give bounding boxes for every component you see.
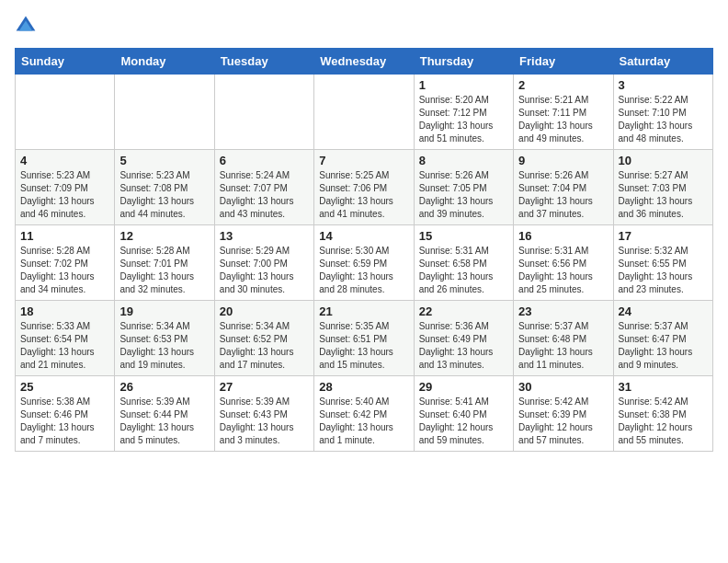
- calendar-cell: 20Sunrise: 5:34 AM Sunset: 6:52 PM Dayli…: [214, 301, 313, 376]
- calendar-cell: 6Sunrise: 5:24 AM Sunset: 7:07 PM Daylig…: [214, 150, 313, 225]
- calendar-cell: 23Sunrise: 5:37 AM Sunset: 6:48 PM Dayli…: [514, 301, 613, 376]
- calendar-cell: 8Sunrise: 5:26 AM Sunset: 7:05 PM Daylig…: [414, 150, 513, 225]
- day-number: 27: [220, 380, 309, 394]
- calendar-cell: 12Sunrise: 5:28 AM Sunset: 7:01 PM Dayli…: [115, 225, 214, 301]
- day-number: 16: [518, 229, 608, 243]
- calendar-cell: 4Sunrise: 5:23 AM Sunset: 7:09 PM Daylig…: [16, 150, 115, 225]
- day-number: 23: [518, 304, 608, 318]
- calendar-cell: 1Sunrise: 5:20 AM Sunset: 7:12 PM Daylig…: [414, 75, 513, 150]
- day-number: 21: [319, 304, 408, 318]
- day-number: 10: [619, 154, 708, 167]
- day-number: 29: [419, 380, 508, 394]
- weekday-header: Saturday: [613, 49, 712, 75]
- day-info: Sunrise: 5:26 AM Sunset: 7:04 PM Dayligh…: [518, 169, 608, 221]
- day-number: 2: [518, 78, 608, 92]
- day-number: 7: [319, 154, 408, 167]
- calendar-cell: 28Sunrise: 5:40 AM Sunset: 6:42 PM Dayli…: [314, 376, 414, 452]
- weekday-header: Thursday: [414, 49, 513, 75]
- day-info: Sunrise: 5:35 AM Sunset: 6:51 PM Dayligh…: [319, 320, 408, 372]
- calendar-cell: 2Sunrise: 5:21 AM Sunset: 7:11 PM Daylig…: [514, 75, 613, 150]
- weekday-header-row: SundayMondayTuesdayWednesdayThursdayFrid…: [16, 49, 713, 75]
- day-number: 20: [220, 304, 309, 318]
- weekday-header: Monday: [115, 49, 214, 75]
- day-info: Sunrise: 5:28 AM Sunset: 7:02 PM Dayligh…: [20, 245, 109, 296]
- calendar-cell: 26Sunrise: 5:39 AM Sunset: 6:44 PM Dayli…: [115, 376, 214, 452]
- day-number: 1: [419, 78, 508, 92]
- day-info: Sunrise: 5:30 AM Sunset: 6:59 PM Dayligh…: [319, 245, 408, 296]
- day-info: Sunrise: 5:24 AM Sunset: 7:07 PM Dayligh…: [220, 169, 309, 221]
- day-number: 19: [119, 304, 209, 318]
- calendar-cell: 16Sunrise: 5:31 AM Sunset: 6:56 PM Dayli…: [514, 225, 613, 301]
- calendar-cell: 17Sunrise: 5:32 AM Sunset: 6:55 PM Dayli…: [613, 225, 712, 301]
- calendar-week-row: 25Sunrise: 5:38 AM Sunset: 6:46 PM Dayli…: [16, 376, 713, 452]
- logo-icon: [15, 15, 37, 37]
- day-number: 18: [20, 304, 109, 318]
- day-info: Sunrise: 5:34 AM Sunset: 6:52 PM Dayligh…: [220, 320, 309, 372]
- calendar-cell: 3Sunrise: 5:22 AM Sunset: 7:10 PM Daylig…: [613, 75, 712, 150]
- day-number: 30: [518, 380, 608, 394]
- calendar-cell: 21Sunrise: 5:35 AM Sunset: 6:51 PM Dayli…: [314, 301, 414, 376]
- calendar-cell: 11Sunrise: 5:28 AM Sunset: 7:02 PM Dayli…: [16, 225, 115, 301]
- calendar-cell: 25Sunrise: 5:38 AM Sunset: 6:46 PM Dayli…: [16, 376, 115, 452]
- day-info: Sunrise: 5:42 AM Sunset: 6:39 PM Dayligh…: [518, 396, 608, 447]
- day-info: Sunrise: 5:27 AM Sunset: 7:03 PM Dayligh…: [619, 169, 708, 221]
- calendar-cell: 10Sunrise: 5:27 AM Sunset: 7:03 PM Dayli…: [613, 150, 712, 225]
- calendar-cell: 30Sunrise: 5:42 AM Sunset: 6:39 PM Dayli…: [514, 376, 613, 452]
- calendar-cell: 27Sunrise: 5:39 AM Sunset: 6:43 PM Dayli…: [214, 376, 313, 452]
- weekday-header: Wednesday: [314, 49, 414, 75]
- day-info: Sunrise: 5:26 AM Sunset: 7:05 PM Dayligh…: [419, 169, 508, 221]
- day-info: Sunrise: 5:25 AM Sunset: 7:06 PM Dayligh…: [319, 169, 408, 221]
- day-number: 12: [119, 229, 209, 243]
- weekday-header: Friday: [514, 49, 613, 75]
- day-number: 11: [20, 229, 109, 243]
- calendar-cell: [16, 75, 115, 150]
- calendar-week-row: 1Sunrise: 5:20 AM Sunset: 7:12 PM Daylig…: [16, 75, 713, 150]
- day-info: Sunrise: 5:28 AM Sunset: 7:01 PM Dayligh…: [119, 245, 209, 296]
- day-number: 9: [518, 154, 608, 167]
- day-number: 28: [319, 380, 408, 394]
- day-info: Sunrise: 5:21 AM Sunset: 7:11 PM Dayligh…: [518, 94, 608, 145]
- day-number: 13: [220, 229, 309, 243]
- calendar-week-row: 4Sunrise: 5:23 AM Sunset: 7:09 PM Daylig…: [16, 150, 713, 225]
- day-info: Sunrise: 5:42 AM Sunset: 6:38 PM Dayligh…: [619, 396, 708, 447]
- calendar-cell: 29Sunrise: 5:41 AM Sunset: 6:40 PM Dayli…: [414, 376, 513, 452]
- calendar-cell: 15Sunrise: 5:31 AM Sunset: 6:58 PM Dayli…: [414, 225, 513, 301]
- day-number: 5: [119, 154, 209, 167]
- day-info: Sunrise: 5:32 AM Sunset: 6:55 PM Dayligh…: [619, 245, 708, 296]
- calendar-cell: 7Sunrise: 5:25 AM Sunset: 7:06 PM Daylig…: [314, 150, 414, 225]
- day-info: Sunrise: 5:29 AM Sunset: 7:00 PM Dayligh…: [220, 245, 309, 296]
- day-info: Sunrise: 5:39 AM Sunset: 6:43 PM Dayligh…: [220, 396, 309, 447]
- calendar-cell: 13Sunrise: 5:29 AM Sunset: 7:00 PM Dayli…: [214, 225, 313, 301]
- day-number: 24: [619, 304, 708, 318]
- page-header: [15, 15, 713, 37]
- day-info: Sunrise: 5:37 AM Sunset: 6:47 PM Dayligh…: [619, 320, 708, 372]
- day-info: Sunrise: 5:23 AM Sunset: 7:09 PM Dayligh…: [20, 169, 109, 221]
- day-number: 17: [619, 229, 708, 243]
- day-info: Sunrise: 5:36 AM Sunset: 6:49 PM Dayligh…: [419, 320, 508, 372]
- day-info: Sunrise: 5:23 AM Sunset: 7:08 PM Dayligh…: [119, 169, 209, 221]
- calendar-cell: [214, 75, 313, 150]
- calendar-cell: 5Sunrise: 5:23 AM Sunset: 7:08 PM Daylig…: [115, 150, 214, 225]
- calendar-cell: 19Sunrise: 5:34 AM Sunset: 6:53 PM Dayli…: [115, 301, 214, 376]
- calendar-cell: 18Sunrise: 5:33 AM Sunset: 6:54 PM Dayli…: [16, 301, 115, 376]
- day-number: 3: [619, 78, 708, 92]
- day-number: 4: [20, 154, 109, 167]
- calendar-cell: 9Sunrise: 5:26 AM Sunset: 7:04 PM Daylig…: [514, 150, 613, 225]
- day-info: Sunrise: 5:38 AM Sunset: 6:46 PM Dayligh…: [20, 396, 109, 447]
- day-info: Sunrise: 5:41 AM Sunset: 6:40 PM Dayligh…: [419, 396, 508, 447]
- day-info: Sunrise: 5:22 AM Sunset: 7:10 PM Dayligh…: [619, 94, 708, 145]
- day-number: 26: [119, 380, 209, 394]
- day-info: Sunrise: 5:34 AM Sunset: 6:53 PM Dayligh…: [119, 320, 209, 372]
- day-info: Sunrise: 5:33 AM Sunset: 6:54 PM Dayligh…: [20, 320, 109, 372]
- weekday-header: Tuesday: [214, 49, 313, 75]
- day-number: 22: [419, 304, 508, 318]
- calendar-cell: 31Sunrise: 5:42 AM Sunset: 6:38 PM Dayli…: [613, 376, 712, 452]
- logo: [15, 15, 40, 37]
- day-info: Sunrise: 5:31 AM Sunset: 6:58 PM Dayligh…: [419, 245, 508, 296]
- day-number: 15: [419, 229, 508, 243]
- calendar-cell: [115, 75, 214, 150]
- day-number: 25: [20, 380, 109, 394]
- calendar-cell: 24Sunrise: 5:37 AM Sunset: 6:47 PM Dayli…: [613, 301, 712, 376]
- day-number: 31: [619, 380, 708, 394]
- calendar-cell: 14Sunrise: 5:30 AM Sunset: 6:59 PM Dayli…: [314, 225, 414, 301]
